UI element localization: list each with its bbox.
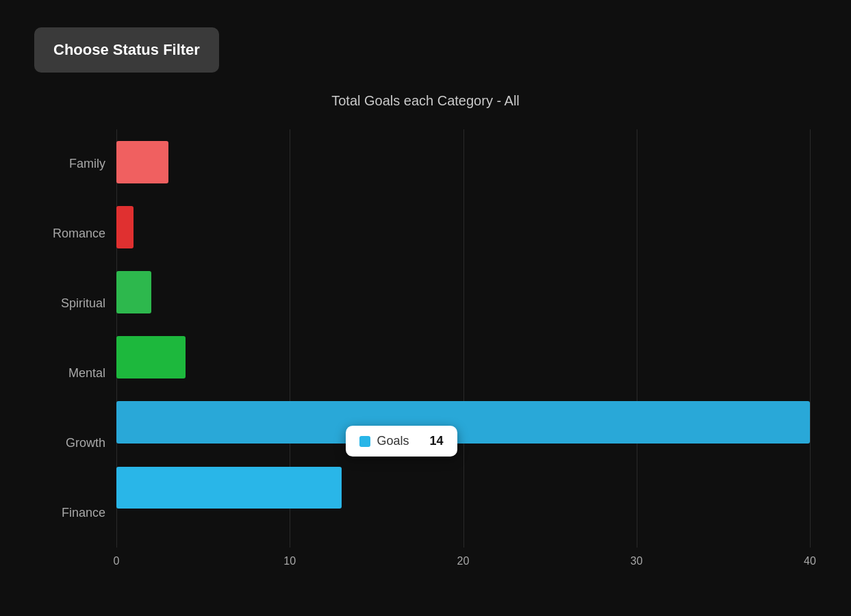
bar-romance[interactable] xyxy=(116,206,134,248)
bar-row[interactable] xyxy=(116,325,810,390)
bar-row[interactable] xyxy=(116,259,810,324)
x-label: 10 xyxy=(283,555,296,567)
y-label: Romance xyxy=(41,199,116,269)
bar-row[interactable] xyxy=(116,390,810,455)
bar-row[interactable] xyxy=(116,194,810,259)
y-label: Growth xyxy=(41,408,116,478)
chart-area: FamilyRomanceSpiritualMentalGrowthFinanc… xyxy=(41,129,810,575)
x-axis-labels: 010203040 xyxy=(116,548,810,575)
y-label: Family xyxy=(41,129,116,199)
bar-finance[interactable] xyxy=(116,467,342,509)
tooltip-dot xyxy=(359,436,370,447)
x-label: 0 xyxy=(114,555,120,567)
y-label: Finance xyxy=(41,478,116,548)
y-axis-labels: FamilyRomanceSpiritualMentalGrowthFinanc… xyxy=(41,129,116,575)
bars-and-grid: Goals 14 010203040 xyxy=(116,129,810,575)
grid-line xyxy=(810,129,811,548)
chart-title: Total Goals each Category - All xyxy=(41,93,810,109)
x-label: 30 xyxy=(631,555,643,567)
bar-mental[interactable] xyxy=(116,336,186,378)
grid-and-bars: FamilyRomanceSpiritualMentalGrowthFinanc… xyxy=(41,129,810,575)
bar-row[interactable] xyxy=(116,129,810,194)
bar-row[interactable] xyxy=(116,455,810,520)
x-label: 40 xyxy=(804,555,816,567)
bars-rows xyxy=(116,129,810,548)
y-label: Mental xyxy=(41,338,116,408)
chart-tooltip: Goals 14 xyxy=(346,426,457,457)
y-label: Spiritual xyxy=(41,269,116,339)
bar-growth[interactable] xyxy=(116,401,810,444)
x-label: 20 xyxy=(457,555,470,567)
bar-spiritual[interactable] xyxy=(116,271,151,313)
chart-container: Total Goals each Category - All FamilyRo… xyxy=(0,86,851,616)
bar-family[interactable] xyxy=(116,141,168,183)
top-bar: Choose Status Filter xyxy=(0,0,851,86)
status-filter-button[interactable]: Choose Status Filter xyxy=(34,27,219,73)
tooltip-value: 14 xyxy=(430,434,444,448)
tooltip-label: Goals xyxy=(377,434,409,448)
